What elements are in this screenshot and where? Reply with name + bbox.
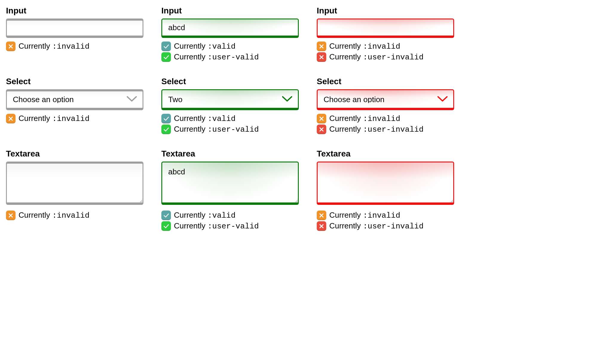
check-icon — [161, 114, 171, 123]
status-text: Currently :valid — [174, 211, 235, 220]
status-text: Currently :user-invalid — [329, 125, 424, 134]
status-list: Currently :validCurrently :user-valid — [161, 211, 299, 231]
label-select: Select — [317, 77, 454, 86]
pseudo-class-code: :valid — [208, 42, 236, 51]
status-text: Currently :invalid — [329, 114, 400, 123]
x-icon — [6, 211, 16, 220]
pseudo-class-code: :invalid — [363, 114, 400, 123]
status-text: Currently :user-valid — [174, 125, 259, 134]
pseudo-class-code: :user-valid — [208, 53, 259, 62]
status-list: Currently :invalidCurrently :user-invali… — [317, 211, 454, 231]
status-list: Currently :invalid — [6, 42, 143, 51]
status-row: Currently :invalid — [317, 211, 454, 220]
status-row: Currently :user-invalid — [317, 125, 454, 134]
select-field[interactable]: Choose an optionOneTwoThree — [161, 89, 299, 110]
cell-textarea-col2: Textarea Currently :invalidCurrently :us… — [317, 149, 454, 231]
x-icon — [317, 42, 326, 51]
pseudo-class-code: :user-invalid — [363, 222, 424, 231]
x-icon — [6, 42, 16, 51]
pseudo-class-code: :invalid — [52, 211, 90, 220]
cell-select-col0: Select Choose an optionOneTwoThree Curre… — [6, 77, 143, 134]
cell-input-col0: Input Currently :invalid — [6, 6, 143, 62]
status-list: Currently :invalid — [6, 211, 143, 220]
status-row: Currently :user-valid — [161, 125, 299, 134]
pseudo-class-code: :user-invalid — [363, 53, 424, 62]
status-list: Currently :invalidCurrently :user-invali… — [317, 114, 454, 134]
label-textarea: Textarea — [6, 149, 143, 159]
x-icon — [317, 221, 326, 231]
status-row: Currently :valid — [161, 211, 299, 220]
input-field[interactable] — [317, 19, 454, 38]
textarea-field[interactable] — [6, 162, 143, 205]
check-icon — [161, 221, 171, 231]
check-icon — [161, 125, 171, 134]
x-icon — [317, 125, 326, 134]
select-field[interactable]: Choose an optionOneTwoThree — [317, 89, 454, 110]
select-field[interactable]: Choose an optionOneTwoThree — [6, 89, 143, 110]
label-input: Input — [161, 6, 299, 16]
status-row: Currently :user-invalid — [317, 221, 454, 231]
pseudo-class-code: :user-valid — [208, 125, 259, 134]
label-textarea: Textarea — [161, 149, 299, 159]
cell-select-col1: Select Choose an optionOneTwoThree Curre… — [161, 77, 299, 134]
cell-textarea-col1: Textarea Currently :validCurrently :user… — [161, 149, 299, 231]
cell-input-col2: Input Currently :invalidCurrently :user-… — [317, 6, 454, 62]
status-row: Currently :user-valid — [161, 52, 299, 62]
textarea-field[interactable] — [317, 162, 454, 205]
status-row: Currently :invalid — [6, 114, 143, 123]
status-text: Currently :invalid — [19, 42, 90, 51]
status-row: Currently :user-invalid — [317, 52, 454, 62]
x-icon — [317, 114, 326, 123]
label-textarea: Textarea — [317, 149, 454, 159]
cell-select-col2: Select Choose an optionOneTwoThree Curre… — [317, 77, 454, 134]
status-text: Currently :valid — [174, 42, 235, 51]
status-text: Currently :invalid — [19, 114, 90, 123]
pseudo-class-code: :user-invalid — [363, 125, 424, 134]
status-row: Currently :invalid — [317, 114, 454, 123]
status-list: Currently :invalid — [6, 114, 143, 123]
status-row: Currently :user-valid — [161, 221, 299, 231]
status-row: Currently :valid — [161, 42, 299, 51]
status-text: Currently :user-invalid — [329, 52, 424, 62]
check-icon — [161, 52, 171, 62]
cell-input-col1: Input Currently :validCurrently :user-va… — [161, 6, 299, 62]
label-select: Select — [6, 77, 143, 86]
pseudo-class-code: :user-valid — [208, 222, 259, 231]
status-text: Currently :user-invalid — [329, 221, 424, 231]
cell-textarea-col0: Textarea Currently :invalid — [6, 149, 143, 231]
label-input: Input — [317, 6, 454, 16]
pseudo-class-code: :invalid — [363, 211, 400, 220]
status-list: Currently :validCurrently :user-valid — [161, 114, 299, 134]
status-text: Currently :user-valid — [174, 52, 259, 62]
pseudo-class-code: :valid — [208, 211, 236, 220]
check-icon — [161, 42, 171, 51]
textarea-field[interactable] — [161, 162, 299, 205]
status-list: Currently :invalidCurrently :user-invali… — [317, 42, 454, 62]
check-icon — [161, 211, 171, 220]
status-text: Currently :valid — [174, 114, 235, 123]
status-row: Currently :invalid — [317, 42, 454, 51]
input-field[interactable] — [6, 19, 143, 38]
status-row: Currently :invalid — [6, 42, 143, 51]
status-text: Currently :invalid — [19, 211, 90, 220]
status-row: Currently :valid — [161, 114, 299, 123]
x-icon — [317, 211, 326, 220]
status-text: Currently :invalid — [329, 42, 400, 51]
pseudo-class-code: :invalid — [52, 114, 90, 123]
status-row: Currently :invalid — [6, 211, 143, 220]
status-text: Currently :user-valid — [174, 221, 259, 231]
status-text: Currently :invalid — [329, 211, 400, 220]
x-icon — [6, 114, 16, 123]
pseudo-class-code: :valid — [208, 114, 236, 123]
pseudo-class-code: :invalid — [52, 42, 90, 51]
validation-grid: Input Currently :invalid Input Currently… — [6, 6, 454, 231]
label-input: Input — [6, 6, 143, 16]
x-icon — [317, 52, 326, 62]
input-field[interactable] — [161, 19, 299, 38]
label-select: Select — [161, 77, 299, 86]
status-list: Currently :validCurrently :user-valid — [161, 42, 299, 62]
pseudo-class-code: :invalid — [363, 42, 400, 51]
